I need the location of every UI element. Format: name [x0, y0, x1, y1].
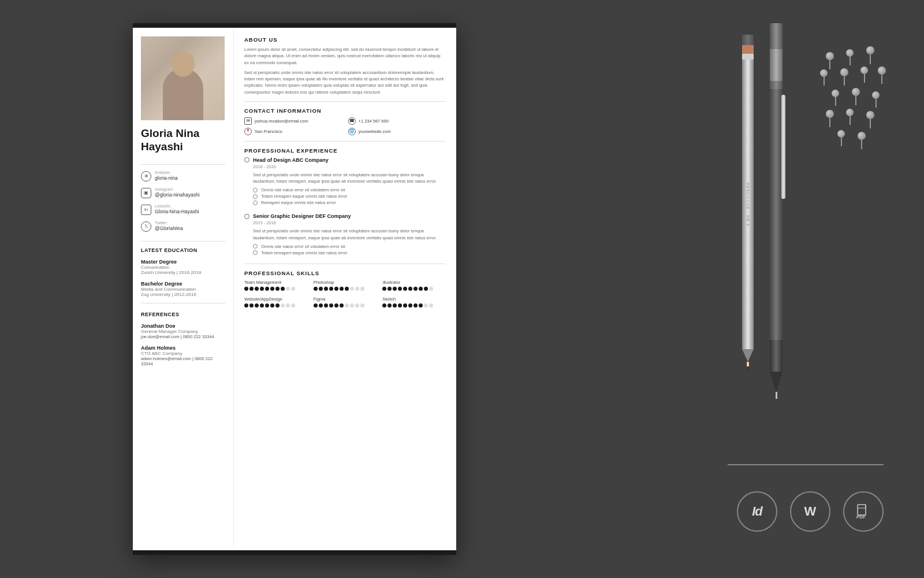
ref-item-1: Jonathan Doe General Manager Company joe…	[141, 323, 225, 339]
bottom-bar	[133, 550, 456, 555]
dot-filled	[382, 303, 386, 307]
pencil-wood	[747, 362, 749, 366]
word-icon: W	[790, 491, 830, 532]
exp-bullet-2-1: Omnis iste natus error sit volutatem err…	[253, 244, 446, 249]
bullet-icon	[253, 188, 258, 192]
exp-circle-1	[244, 157, 249, 162]
app-icons-row: Id W PDF	[737, 491, 884, 532]
dot-filled	[419, 287, 423, 291]
dot-filled	[388, 287, 392, 291]
dot-filled	[260, 287, 264, 291]
pin-head	[866, 46, 874, 54]
exp-bullet-1-3: Remaperi eaque omnis iste natus error	[253, 200, 446, 205]
dot-empty	[355, 303, 359, 307]
education-item-1: Master Degree Comunication Zurich Univer…	[141, 259, 225, 275]
dot-filled	[244, 303, 248, 307]
skill-item-4: Figma	[314, 297, 377, 307]
pen-nib	[770, 372, 783, 392]
dot-filled	[408, 303, 412, 307]
contact-email: ✉ joshua.mcadoo@email.com	[244, 117, 342, 125]
dot-filled	[281, 287, 285, 291]
bullet-text: Omnis iste natus error sit volutatem err…	[261, 187, 345, 192]
top-bar	[133, 23, 456, 28]
dot-filled	[265, 287, 269, 291]
pen-top	[770, 23, 783, 49]
pin-head	[826, 110, 834, 118]
dot-empty	[360, 303, 364, 307]
dot-filled	[424, 287, 428, 291]
bullet-text: Remaperi eaque omnis iste natus error	[261, 200, 336, 205]
pushpin-6	[860, 66, 868, 83]
dot-filled	[270, 303, 274, 307]
pin-needle	[855, 96, 856, 105]
pen-clip	[781, 95, 785, 199]
ref-name-1: Jonathan Doe	[141, 323, 225, 329]
pushpin-8	[832, 90, 839, 106]
pdf-svg: PDF	[855, 503, 871, 520]
indesign-icon: Id	[737, 491, 777, 532]
contact-title: CONTACT INFORMATION	[244, 108, 446, 114]
ref-item-2: Adam Holmes CTO ABC Company adam.holmes@…	[141, 345, 225, 366]
resume-paper: Gloria Nina Hayashi ⊕ Dribbble: gloria-n…	[133, 23, 456, 555]
dot-filled	[413, 303, 418, 307]
divider2	[141, 241, 225, 242]
instagram-icon: ▣	[141, 188, 151, 198]
dot-filled	[249, 303, 254, 307]
linkedin-handle: Gloria-Nina-Hayashi	[155, 209, 199, 214]
pin-head	[840, 68, 848, 76]
pen-tip	[776, 392, 777, 399]
dot-filled	[340, 303, 344, 307]
education-item-2: Bachelor Degree Media and Communication …	[141, 281, 225, 297]
skill-item-1: Photoshop	[314, 280, 377, 291]
pen-band	[770, 81, 783, 89]
dot-filled	[275, 287, 280, 291]
about-para1: Lorem ipsum dolor sit amet, consectetur …	[244, 46, 446, 66]
twitter-label: Twitter:	[155, 221, 183, 225]
skill-item-2: Illustrator	[382, 280, 446, 291]
dot-empty	[286, 303, 290, 307]
web-icon: 🌐	[348, 128, 356, 135]
dot-filled	[334, 287, 338, 291]
skill-dots	[382, 303, 446, 307]
dot-filled	[244, 287, 248, 291]
name-line1: Gloria Nina	[141, 127, 199, 139]
pushpin-12	[846, 109, 854, 125]
dot-filled	[324, 287, 328, 291]
pushpin-11	[826, 110, 834, 127]
dot-filled	[314, 287, 318, 291]
pencil-eraser	[742, 45, 754, 54]
exp-title-1: Head of Design ABC Company	[253, 157, 329, 163]
divider3	[141, 303, 225, 303]
instagram-handle: @gloria-ninahayashi	[155, 192, 200, 198]
contact-website: 🌐 yourwebsite.com	[348, 128, 446, 135]
person-name: Gloria Nina Hayashi	[141, 127, 225, 154]
dot-filled	[345, 287, 349, 291]
ref-contact-2: adam.holmes@email.com | 0800 222 33344	[141, 356, 225, 366]
ref-name-2: Adam Holmes	[141, 345, 225, 351]
pin-needle	[861, 140, 862, 149]
pushpin-1	[826, 52, 834, 69]
references-section: REFERENCES Jonathan Doe General Manager …	[141, 312, 225, 366]
edu-degree-2: Bachelor Degree	[141, 281, 225, 287]
pin-needle	[870, 119, 871, 128]
twitter-icon: 𝕏	[141, 221, 151, 232]
pin-head	[878, 66, 886, 75]
dot-filled	[340, 287, 344, 291]
pushpin-4	[820, 69, 828, 86]
dot-filled	[398, 287, 402, 291]
dot-empty	[350, 287, 354, 291]
left-column: Gloria Nina Hayashi ⊕ Dribbble: gloria-n…	[133, 28, 234, 550]
divider-r3	[244, 264, 446, 264]
bullet-icon	[253, 201, 258, 205]
edu-detail-2: Zug University | 2012-2016	[141, 292, 225, 297]
dot-empty	[286, 287, 290, 291]
dot-filled	[255, 287, 259, 291]
email-icon: ✉	[244, 117, 252, 125]
dot-empty	[291, 287, 295, 291]
skill-name: Sketch	[382, 297, 446, 302]
phone-icon: ☎	[348, 117, 356, 125]
dribbble-handle: gloria-nina	[155, 175, 178, 181]
bullet-icon	[253, 244, 258, 249]
pin-needle	[844, 76, 845, 86]
pin-head	[852, 88, 860, 96]
